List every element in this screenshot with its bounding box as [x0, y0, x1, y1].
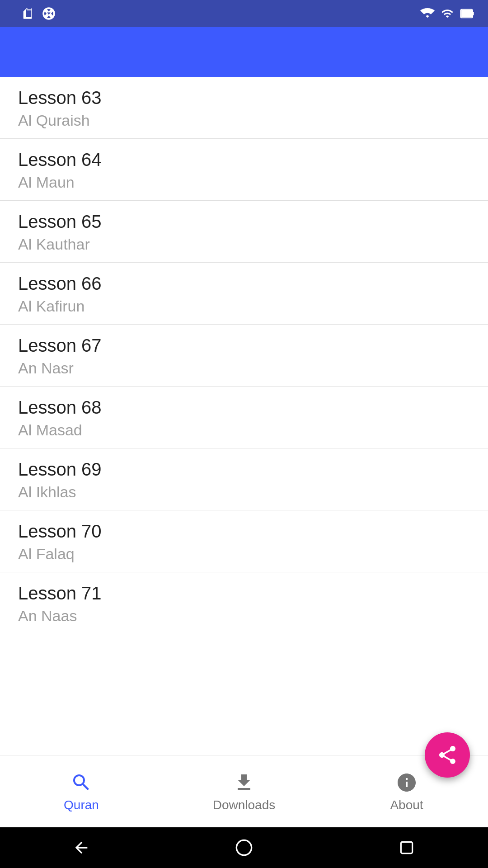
app-bar	[0, 27, 488, 77]
lesson-subtitle: Al Quraish	[18, 112, 470, 129]
status-bar	[0, 0, 488, 27]
lesson-title: Lesson 71	[18, 583, 470, 604]
back-button[interactable]	[68, 834, 95, 861]
lesson-list: Lesson 63 Al Quraish Lesson 64 Al Maun L…	[0, 77, 488, 755]
lesson-subtitle: Al Falaq	[18, 545, 470, 563]
lesson-title: Lesson 68	[18, 397, 470, 418]
lesson-title: Lesson 69	[18, 459, 470, 480]
about-nav-icon	[395, 771, 418, 794]
wifi-icon	[420, 6, 435, 21]
home-button[interactable]	[230, 834, 258, 861]
android-nav-bar	[0, 827, 488, 868]
vpn-icon	[42, 6, 56, 21]
lesson-subtitle: Al Kauthar	[18, 236, 470, 253]
battery-icon	[460, 6, 474, 21]
sim-card-icon	[20, 6, 35, 21]
quran-nav-label: Quran	[64, 798, 99, 812]
share-icon	[436, 744, 458, 766]
nav-item-downloads[interactable]: Downloads	[163, 755, 325, 827]
lesson-subtitle: Al Maun	[18, 174, 470, 191]
about-nav-label: About	[390, 798, 423, 812]
lesson-subtitle: Al Ikhlas	[18, 483, 470, 501]
lesson-subtitle: Al Masad	[18, 421, 470, 439]
svg-rect-3	[461, 10, 472, 17]
lesson-item-67[interactable]: Lesson 67 An Nasr	[0, 325, 488, 387]
status-right-icons	[420, 6, 474, 21]
recents-button[interactable]	[393, 834, 420, 861]
lesson-title: Lesson 64	[18, 150, 470, 170]
lesson-item-71[interactable]: Lesson 71 An Naas	[0, 572, 488, 634]
svg-rect-5	[401, 842, 412, 853]
nav-item-quran[interactable]: Quran	[0, 755, 163, 827]
bottom-nav: Quran Downloads About	[0, 755, 488, 827]
lesson-title: Lesson 63	[18, 88, 470, 108]
downloads-nav-label: Downloads	[213, 798, 276, 812]
svg-point-4	[236, 840, 251, 855]
share-fab[interactable]	[425, 732, 470, 778]
lesson-item-68[interactable]: Lesson 68 Al Masad	[0, 387, 488, 448]
downloads-nav-icon	[232, 771, 256, 794]
lesson-item-66[interactable]: Lesson 66 Al Kafirun	[0, 263, 488, 325]
lesson-item-65[interactable]: Lesson 65 Al Kauthar	[0, 201, 488, 263]
lesson-subtitle: An Nasr	[18, 359, 470, 377]
lesson-subtitle: An Naas	[18, 607, 470, 625]
lesson-item-64[interactable]: Lesson 64 Al Maun	[0, 139, 488, 201]
lesson-item-69[interactable]: Lesson 69 Al Ikhlas	[0, 448, 488, 510]
lesson-item-63[interactable]: Lesson 63 Al Quraish	[0, 77, 488, 139]
lesson-subtitle: Al Kafirun	[18, 297, 470, 315]
lesson-item-70[interactable]: Lesson 70 Al Falaq	[0, 510, 488, 572]
signal-icon	[440, 6, 455, 21]
lesson-title: Lesson 65	[18, 212, 470, 232]
lesson-title: Lesson 66	[18, 274, 470, 294]
lesson-title: Lesson 67	[18, 335, 470, 356]
quran-nav-icon	[70, 771, 93, 794]
svg-rect-2	[473, 12, 474, 15]
lesson-title: Lesson 70	[18, 521, 470, 542]
